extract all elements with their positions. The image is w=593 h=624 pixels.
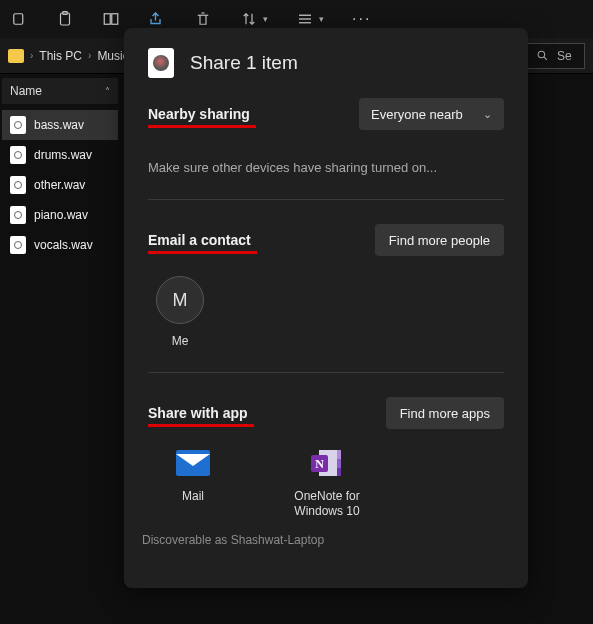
search-placeholder: Se [557,49,572,63]
audio-file-icon [10,236,26,254]
chevron-down-icon: ⌄ [483,108,492,121]
file-name: drums.wav [34,148,92,162]
audio-file-icon [10,206,26,224]
paste-button[interactable] [56,10,74,28]
onenote-icon: N [310,449,344,477]
audio-file-icon [10,176,26,194]
delete-button[interactable] [194,10,212,28]
more-button[interactable]: ··· [352,10,371,28]
breadcrumb-thispc[interactable]: This PC [39,49,82,63]
svg-rect-10 [337,468,341,476]
search-icon [536,49,549,62]
file-row[interactable]: other.wav [2,170,118,200]
app-onenote[interactable]: N OneNote for Windows 10 [282,449,372,519]
avatar: M [156,276,204,324]
contact-name: Me [172,334,189,348]
find-more-apps-button[interactable]: Find more apps [386,397,504,429]
chevron-up-icon: ˄ [105,86,110,97]
svg-rect-8 [337,450,341,459]
chevron-right-icon: › [88,50,91,61]
svg-point-5 [538,51,545,58]
file-name: other.wav [34,178,85,192]
app-mail[interactable]: Mail [148,449,238,519]
file-name: piano.wav [34,208,88,222]
file-list: Name ˄ bass.wavdrums.wavother.wavpiano.w… [0,74,120,624]
divider [148,372,504,373]
file-row[interactable]: drums.wav [2,140,118,170]
file-name: vocals.wav [34,238,93,252]
svg-rect-0 [14,14,23,25]
chevron-down-icon: ▾ [319,14,324,24]
nearby-hint: Make sure other devices have sharing tur… [148,160,504,175]
folder-icon [8,49,24,63]
sort-button[interactable]: ▾ [240,10,268,28]
share-dialog: Share 1 item Nearby sharing Everyone nea… [124,28,528,588]
find-more-people-button[interactable]: Find more people [375,224,504,256]
layout-button[interactable] [102,10,120,28]
copy-button[interactable] [10,10,28,28]
search-input[interactable]: Se [525,43,585,69]
file-row[interactable]: piano.wav [2,200,118,230]
nearby-scope-select[interactable]: Everyone nearb ⌄ [359,98,504,130]
share-title: Share 1 item [190,52,298,74]
share-footer: Discoverable as Shashwat-Laptop [124,519,528,561]
column-header-name[interactable]: Name ˄ [2,78,118,104]
file-thumbnail-icon [148,48,174,78]
divider [148,199,504,200]
column-label: Name [10,84,42,98]
svg-rect-4 [112,14,118,25]
share-button[interactable] [148,10,166,28]
app-name: Mail [182,489,204,504]
app-name: OneNote for Windows 10 [282,489,372,519]
share-with-app-heading: Share with app [148,405,248,421]
contact-me[interactable]: M Me [156,276,204,348]
share-header: Share 1 item [124,28,528,98]
file-row[interactable]: vocals.wav [2,230,118,260]
audio-file-icon [10,146,26,164]
mail-icon [176,449,210,477]
email-contact-heading: Email a contact [148,232,251,248]
svg-rect-9 [337,459,341,468]
svg-text:N: N [315,457,324,471]
file-name: bass.wav [34,118,84,132]
svg-rect-3 [104,14,110,25]
chevron-right-icon: › [30,50,33,61]
file-row[interactable]: bass.wav [2,110,118,140]
chevron-down-icon: ▾ [263,14,268,24]
nearby-sharing-heading: Nearby sharing [148,106,250,122]
view-button[interactable]: ▾ [296,10,324,28]
audio-file-icon [10,116,26,134]
nearby-scope-value: Everyone nearb [371,107,463,122]
